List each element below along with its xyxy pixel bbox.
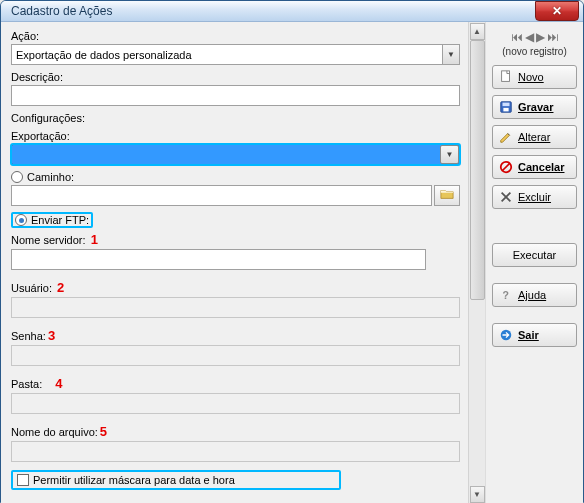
cancel-icon <box>499 160 513 174</box>
mascara-highlight: Permitir utilizar máscara para data e ho… <box>11 470 341 490</box>
descricao-input[interactable] <box>11 85 460 106</box>
senha-label: Senha: <box>11 330 46 342</box>
ftp-radio-highlight: Enviar FTP: <box>11 212 93 228</box>
ftp-section: Enviar FTP: Nome servidor: 1 Usuário: 2 … <box>11 212 460 490</box>
gravar-button[interactable]: Gravar <box>492 95 577 119</box>
novo-label: Novo <box>518 71 544 83</box>
senha-input[interactable] <box>11 345 460 366</box>
mascara-checkbox[interactable] <box>17 474 29 486</box>
window-title: Cadastro de Ações <box>11 4 112 18</box>
titlebar[interactable]: Cadastro de Ações ✕ <box>1 1 583 22</box>
svg-text:?: ? <box>503 289 509 301</box>
help-icon: ? <box>499 288 513 302</box>
side-panel: ⏮ ◀ ▶ ⏭ (novo registro) Novo Gravar <box>485 22 583 503</box>
nome-servidor-label: Nome servidor: <box>11 234 86 246</box>
acao-value: Exportação de dados personalizada <box>16 49 192 61</box>
svg-rect-0 <box>502 71 510 82</box>
ftp-label: Enviar FTP: <box>31 214 89 226</box>
document-new-icon <box>499 70 513 84</box>
export-label: Exportação: <box>11 130 460 142</box>
cancelar-button[interactable]: Cancelar <box>492 155 577 179</box>
acao-row: Ação: Exportação de dados personalizada … <box>11 30 477 65</box>
executar-button[interactable]: Executar <box>492 243 577 267</box>
close-icon: ✕ <box>552 4 562 18</box>
sair-button[interactable]: Sair <box>492 323 577 347</box>
nav-prev-icon[interactable]: ◀ <box>525 30 534 44</box>
acao-label: Ação: <box>11 30 477 42</box>
sair-label: Sair <box>518 329 539 341</box>
nav-next-icon[interactable]: ▶ <box>536 30 545 44</box>
ajuda-button[interactable]: ? Ajuda <box>492 283 577 307</box>
save-icon <box>499 100 513 114</box>
usuario-input[interactable] <box>11 297 460 318</box>
caminho-label: Caminho: <box>27 171 74 183</box>
descricao-row: Descrição: <box>11 71 477 106</box>
annotation-3: 3 <box>48 328 55 343</box>
alterar-button[interactable]: Alterar <box>492 125 577 149</box>
svg-rect-3 <box>503 108 508 112</box>
main-panel: Ação: Exportação de dados personalizada … <box>1 22 485 503</box>
nome-servidor-input[interactable] <box>11 249 426 270</box>
mascara-label: Permitir utilizar máscara para data e ho… <box>33 474 235 486</box>
executar-label: Executar <box>513 249 556 261</box>
cancelar-label: Cancelar <box>518 161 564 173</box>
annotation-2: 2 <box>57 280 64 295</box>
descricao-label: Descrição: <box>11 71 477 83</box>
scroll-up-icon[interactable]: ▲ <box>470 23 485 40</box>
usuario-label: Usuário: <box>11 282 52 294</box>
pasta-input[interactable] <box>11 393 460 414</box>
browse-button[interactable] <box>434 185 460 206</box>
nav-first-icon[interactable]: ⏮ <box>511 30 523 44</box>
record-nav: ⏮ ◀ ▶ ⏭ <box>492 30 577 44</box>
delete-icon <box>499 190 513 204</box>
exit-icon <box>499 328 513 342</box>
scroll-down-icon[interactable]: ▼ <box>470 486 485 503</box>
ftp-radio[interactable] <box>15 214 27 226</box>
dropdown-icon[interactable]: ▼ <box>442 45 459 64</box>
caminho-input[interactable] <box>11 185 432 206</box>
alterar-label: Alterar <box>518 131 550 143</box>
edit-icon <box>499 130 513 144</box>
main-scrollbar[interactable]: ▲ ▼ <box>468 22 485 503</box>
caminho-row: Caminho: <box>11 171 460 206</box>
window-body: Ação: Exportação de dados personalizada … <box>1 22 583 503</box>
config-row: Configurações: <box>11 112 477 124</box>
svg-line-5 <box>503 164 510 171</box>
ajuda-label: Ajuda <box>518 289 546 301</box>
folder-icon <box>440 187 454 204</box>
export-row: Exportação: ▼ <box>11 130 460 165</box>
excluir-label: Excluir <box>518 191 551 203</box>
svg-rect-2 <box>503 103 510 107</box>
annotation-5: 5 <box>100 424 107 439</box>
dropdown-icon[interactable]: ▼ <box>440 145 459 164</box>
scroll-thumb[interactable] <box>470 40 485 300</box>
caminho-radio[interactable] <box>11 171 23 183</box>
annotation-4: 4 <box>55 376 62 391</box>
novo-button[interactable]: Novo <box>492 65 577 89</box>
nome-arquivo-input[interactable] <box>11 441 460 462</box>
pasta-label: Pasta: <box>11 378 42 390</box>
nav-caption: (novo registro) <box>492 46 577 57</box>
nome-arquivo-label: Nome do arquivo: <box>11 426 98 438</box>
nav-last-icon[interactable]: ⏭ <box>547 30 559 44</box>
export-select[interactable]: ▼ <box>11 144 460 165</box>
excluir-button[interactable]: Excluir <box>492 185 577 209</box>
config-label: Configurações: <box>11 112 477 124</box>
annotation-1: 1 <box>91 232 98 247</box>
close-button[interactable]: ✕ <box>535 1 579 21</box>
window-frame: Cadastro de Ações ✕ Ação: Exportação de … <box>0 0 584 503</box>
gravar-label: Gravar <box>518 101 553 113</box>
acao-select[interactable]: Exportação de dados personalizada ▼ <box>11 44 460 65</box>
